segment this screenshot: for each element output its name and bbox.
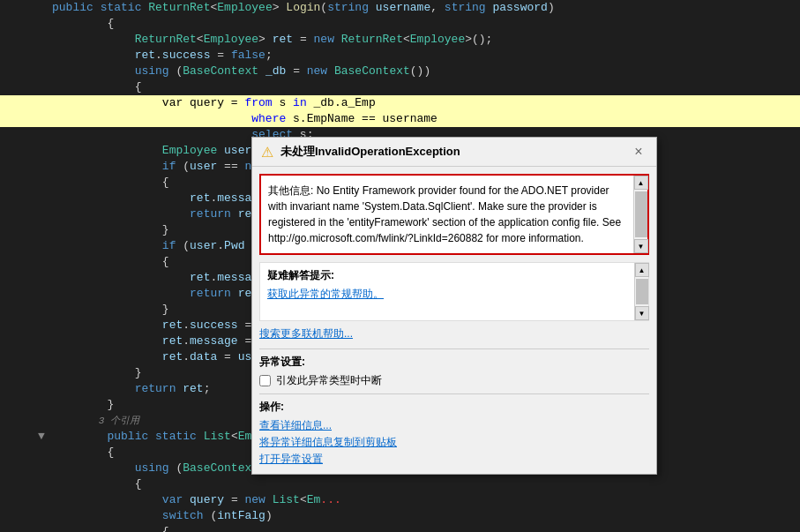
code-line: { xyxy=(0,476,800,492)
help-scrollbar-thumb[interactable] xyxy=(636,279,648,304)
error-message-section: 其他信息: No Entity Framework provider found… xyxy=(259,174,649,255)
help-title: 疑难解答提示: xyxy=(267,268,384,283)
exception-checkbox-label: 引发此异常类型时中断 xyxy=(276,373,382,388)
help-scroll-up-arrow[interactable]: ▲ xyxy=(635,263,649,277)
code-line: { xyxy=(0,16,800,32)
help-link[interactable]: 获取此异常的常规帮助。 xyxy=(267,288,384,300)
search-more-link[interactable]: 搜索更多联机帮助... xyxy=(259,326,649,341)
exception-settings-title: 异常设置: xyxy=(259,355,649,370)
help-scrollbar[interactable]: ▲ ▼ xyxy=(634,263,648,320)
code-line: public static ReturnRet<Employee> Login(… xyxy=(0,0,800,16)
code-line: { xyxy=(0,79,800,95)
scrollbar-thumb[interactable] xyxy=(635,191,647,237)
warning-icon: ⚠ xyxy=(261,144,273,161)
copy-details-link[interactable]: 将异常详细信息复制到剪贴板 xyxy=(259,435,649,450)
code-line: ret.success = false; xyxy=(0,48,800,64)
help-content: 疑难解答提示: 获取此异常的常规帮助。 xyxy=(260,263,401,320)
help-section: 疑难解答提示: 获取此异常的常规帮助。 ▲ ▼ xyxy=(259,262,649,321)
code-line: ReturnRet<Employee> ret = new ReturnRet<… xyxy=(0,32,800,48)
code-line-highlighted: where s.EmpName == username xyxy=(0,111,800,127)
exception-settings: 异常设置: 引发此异常类型时中断 xyxy=(259,355,649,388)
exception-checkbox[interactable] xyxy=(259,375,271,386)
scroll-up-arrow[interactable]: ▲ xyxy=(634,176,648,190)
modal-titlebar: ⚠ 未处理InvalidOperationException × xyxy=(252,138,656,167)
code-line-highlighted: var query = from s in _db.a_Emp xyxy=(0,95,800,111)
actions-section: 操作: 查看详细信息... 将异常详细信息复制到剪贴板 打开异常设置 xyxy=(259,400,649,467)
divider2 xyxy=(259,393,649,394)
scroll-down-arrow[interactable]: ▼ xyxy=(634,239,648,253)
exception-modal: ⚠ 未处理InvalidOperationException × 其他信息: N… xyxy=(251,137,657,475)
error-message-text: 其他信息: No Entity Framework provider found… xyxy=(261,176,647,253)
error-scrollbar[interactable]: ▲ ▼ xyxy=(633,176,647,253)
modal-close-button[interactable]: × xyxy=(630,143,647,161)
view-details-link[interactable]: 查看详细信息... xyxy=(259,418,649,433)
help-scroll-down-arrow[interactable]: ▼ xyxy=(635,306,649,320)
code-line: switch (intFalg) xyxy=(0,508,800,524)
actions-title: 操作: xyxy=(259,400,649,415)
modal-title: 未处理InvalidOperationException xyxy=(280,144,630,160)
code-line: using (BaseContext _db = new BaseContext… xyxy=(0,64,800,79)
open-settings-link[interactable]: 打开异常设置 xyxy=(259,452,649,467)
code-line: { xyxy=(0,524,800,532)
exception-checkbox-row: 引发此异常类型时中断 xyxy=(259,373,649,388)
code-line: var query = new List<Em... xyxy=(0,492,800,508)
divider1 xyxy=(259,348,649,349)
